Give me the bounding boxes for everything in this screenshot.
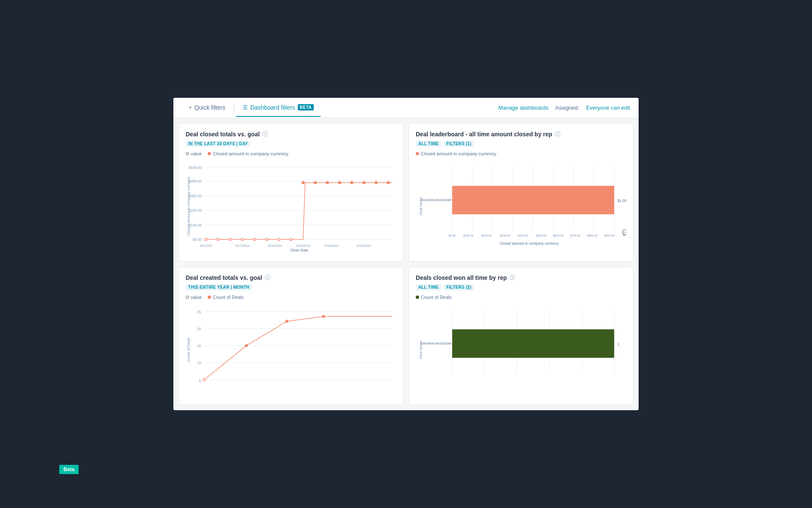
svg-text:15: 15: [197, 344, 201, 348]
top-bar-right: Manage dashboards Assigned: Everyone can…: [498, 105, 630, 111]
filter-tag-4a[interactable]: ALL TIME: [416, 284, 441, 290]
filter-icon: ☰: [243, 104, 248, 110]
svg-text:$200.00: $200.00: [482, 234, 492, 237]
quick-filters-label: Quick filters: [195, 104, 225, 111]
svg-text:$700.00: $700.00: [570, 234, 580, 237]
svg-text:$300.00: $300.00: [189, 194, 202, 198]
chart-card-deal-created-totals: Deal created totals vs. goal ⓘ THIS ENTI…: [178, 267, 403, 405]
chart-title-3: Deal created totals vs. goal: [186, 274, 262, 281]
chart-area-3: 25 20 15 10 5 Count of Deals: [186, 303, 396, 398]
beta-floating-button[interactable]: Beta: [59, 465, 79, 474]
svg-text:1: 1: [617, 342, 620, 346]
legend-3: value Count of Deals: [186, 295, 396, 300]
svg-point-28: [387, 182, 390, 184]
svg-text:$500.00: $500.00: [189, 166, 202, 170]
filter-tag-4b[interactable]: FILTERS (2): [444, 284, 474, 290]
filter-tag-3[interactable]: THIS ENTIRE YEAR | MONTH: [186, 284, 252, 290]
svg-point-24: [338, 182, 341, 184]
svg-text:$300.00: $300.00: [500, 234, 510, 237]
svg-text:3/21/2024: 3/21/2024: [296, 244, 311, 248]
filter-tags-1: IN THE LAST 30 DAYS | DAY: [186, 141, 396, 147]
svg-text:$400.00: $400.00: [189, 179, 202, 183]
dashboard-filters-tab[interactable]: ☰ Dashboard filters BETA: [236, 99, 321, 117]
assigned-value[interactable]: Everyone can edit: [586, 105, 630, 111]
dashboard-filters-label: Dashboard filters: [250, 104, 295, 111]
assigned-label: Assigned:: [555, 105, 579, 111]
dashboard-grid: Deal closed totals vs. goal ⓘ IN THE LAS…: [173, 118, 639, 410]
svg-text:25: 25: [197, 310, 201, 314]
svg-text:$0.00: $0.00: [449, 234, 456, 237]
filter-tags-2: ALL TIME FILTERS (1): [416, 141, 626, 147]
line-chart-3: 25 20 15 10 5 Count of Deals: [186, 303, 396, 396]
quick-filters-tab[interactable]: + Quick filters: [182, 99, 232, 117]
legend-1: value Closed amount in company currency: [186, 151, 396, 156]
svg-text:$500.00: $500.00: [536, 234, 546, 237]
legend-circle-1: [186, 152, 189, 155]
svg-text:$900.00: $900.00: [604, 234, 614, 237]
svg-text:3/31/2024: 3/31/2024: [357, 244, 371, 248]
chart-card-deal-closed-totals: Deal closed totals vs. goal ⓘ IN THE LAS…: [178, 123, 403, 262]
svg-text:3/16/2024: 3/16/2024: [268, 244, 283, 248]
svg-text:Count of Deals: Count of Deals: [187, 338, 191, 362]
svg-rect-47: [452, 186, 614, 214]
bar-chart-2: Deal owner ZAKARIA MSADDAR 1: [416, 303, 626, 396]
chart-header-3: Deal created totals vs. goal ⓘ: [186, 274, 396, 282]
chart-header-2: Deal leaderboard - all time amount close…: [416, 130, 626, 138]
app-container: + Quick filters ☰ Dashboard filters BETA…: [173, 98, 639, 410]
chart-title-1: Deal closed totals vs. goal: [186, 131, 260, 138]
svg-text:3/26/2024: 3/26/2024: [324, 244, 339, 248]
svg-point-15: [229, 238, 231, 241]
svg-point-23: [326, 182, 329, 184]
svg-point-13: [205, 238, 207, 241]
plus-icon: +: [189, 104, 192, 110]
chart-title-4: Deals closed won all time by rep: [416, 274, 507, 281]
svg-text:ZAKARIA MSADDAR: ZAKARIA MSADDAR: [421, 199, 452, 202]
svg-text:10: 10: [197, 361, 201, 365]
svg-text:Closed amount in company curre: Closed amount in company currency: [187, 176, 191, 235]
svg-text:$100.00: $100.00: [463, 234, 473, 237]
svg-point-25: [351, 182, 353, 184]
svg-text:3/6/2024: 3/6/2024: [200, 244, 213, 248]
legend-dot-2: [416, 152, 419, 155]
svg-point-14: [217, 238, 219, 241]
legend-label-3b: Count of Deals: [213, 295, 244, 300]
svg-point-72: [203, 378, 206, 381]
svg-text:5: 5: [199, 379, 201, 383]
svg-text:$0.00: $0.00: [193, 237, 202, 242]
top-bar: + Quick filters ☰ Dashboard filters BETA…: [173, 98, 639, 118]
svg-text:$600.00: $600.00: [553, 234, 563, 237]
svg-rect-84: [452, 329, 614, 358]
svg-point-74: [286, 320, 288, 323]
svg-point-26: [363, 182, 365, 184]
info-icon-3[interactable]: ⓘ: [265, 274, 270, 282]
legend-item-3a: value: [186, 295, 202, 300]
legend-label-4: Count of Deals: [421, 295, 452, 300]
filter-tags-4: ALL TIME FILTERS (2): [416, 284, 626, 290]
svg-text:Closed amount in company curre: Closed amount in company currency: [499, 241, 559, 246]
svg-point-22: [314, 182, 317, 184]
legend-2: Closed amount in company currency: [416, 151, 626, 156]
svg-point-27: [375, 182, 377, 184]
legend-label-closed: Closed amount in company currency: [213, 151, 288, 156]
svg-text:$400.00: $400.00: [518, 234, 528, 237]
info-icon-4[interactable]: ⓘ: [510, 274, 515, 282]
info-icon-1[interactable]: ⓘ: [262, 130, 268, 138]
legend-label-value: value: [191, 151, 202, 156]
svg-text:20: 20: [197, 327, 201, 331]
info-icon-2[interactable]: ⓘ: [555, 130, 560, 138]
chart-area-1: $500.00 $400.00 $300.00 $200.00 $100.00 …: [186, 160, 396, 254]
legend-circle-3: [186, 295, 189, 299]
svg-text:$100.00: $100.00: [189, 223, 202, 227]
svg-point-16: [241, 238, 244, 241]
manage-dashboards-link[interactable]: Manage dashboards: [498, 105, 549, 111]
chart-card-deals-closed-won: Deals closed won all time by rep ⓘ ALL T…: [409, 267, 634, 405]
svg-point-18: [266, 238, 268, 241]
top-bar-left: + Quick filters ☰ Dashboard filters BETA: [182, 99, 321, 117]
filter-tag-2b[interactable]: FILTERS (1): [444, 141, 474, 147]
filter-tag-2a[interactable]: ALL TIME: [416, 141, 441, 147]
filter-tag-1[interactable]: IN THE LAST 30 DAYS | DAY: [186, 141, 250, 147]
svg-point-73: [245, 345, 248, 347]
line-chart-1: $500.00 $400.00 $300.00 $200.00 $100.00 …: [186, 160, 396, 253]
svg-point-20: [290, 238, 292, 241]
bar-chart-area-2: Deal owner ZAKARIA MSADDAR 1: [416, 303, 626, 398]
